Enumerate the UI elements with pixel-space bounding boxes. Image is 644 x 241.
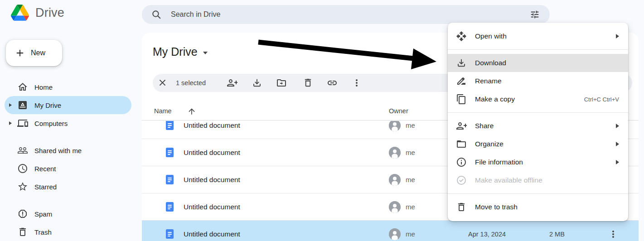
page-title-my-drive[interactable]: My Drive <box>153 45 208 58</box>
menu-divider <box>448 112 628 113</box>
person-add-icon <box>456 120 467 131</box>
submenu-chevron-right-icon <box>616 142 619 146</box>
menu-item-make-a-copy[interactable]: Make a copy Ctrl+C Ctrl+V <box>448 90 628 108</box>
sidebar-item-starred[interactable]: Starred <box>5 178 131 196</box>
last-modified-date: Apr 13, 2024 <box>468 221 506 241</box>
menu-item-label: Make a copy <box>475 95 584 103</box>
sidebar-item-spam[interactable]: Spam <box>5 205 131 223</box>
keyboard-shortcut: Ctrl+C Ctrl+V <box>584 96 619 103</box>
devices-icon <box>17 118 28 129</box>
owner-avatar <box>389 228 401 240</box>
sidebar-item-shared-with-me[interactable]: Shared with me <box>5 141 131 159</box>
file-name: Untitled document <box>184 121 240 139</box>
sidebar-item-label: My Drive <box>34 101 61 109</box>
column-header-owner[interactable]: Owner <box>389 107 408 115</box>
menu-item-label: Open with <box>475 32 616 40</box>
owner-avatar <box>389 174 401 186</box>
sidebar-item-label: Recent <box>34 165 56 173</box>
column-header-name[interactable]: Name <box>154 107 172 115</box>
folder-icon <box>456 139 467 149</box>
owner-avatar <box>389 147 401 159</box>
menu-item-download[interactable]: Download <box>448 54 628 72</box>
submenu-chevron-right-icon <box>616 34 619 39</box>
sidebar-item-label: Shared with me <box>34 147 82 154</box>
trash-icon <box>17 227 28 237</box>
new-button-label: New <box>31 49 45 57</box>
move-to-folder-icon[interactable] <box>276 77 287 88</box>
file-name: Untitled document <box>184 139 240 166</box>
sidebar-item-recent[interactable]: Recent <box>5 159 131 178</box>
menu-item-make-available-offline: Make available offline <box>448 171 628 189</box>
expand-caret-icon[interactable] <box>9 121 12 125</box>
sidebar-item-my-drive[interactable]: My Drive <box>5 96 131 114</box>
search-input[interactable]: Search in Drive <box>142 5 550 24</box>
sidebar-item-label: Home <box>34 83 53 91</box>
owner-avatar <box>389 121 401 131</box>
app-name: Drive <box>35 6 64 20</box>
menu-item-label: Move to trash <box>475 203 619 211</box>
submenu-chevron-right-icon <box>616 124 619 128</box>
trash-icon <box>456 202 467 212</box>
link-icon[interactable] <box>327 77 338 88</box>
search-icon[interactable] <box>151 9 162 20</box>
new-button[interactable]: New <box>6 40 62 66</box>
open-with-icon <box>456 31 467 42</box>
expand-caret-icon[interactable] <box>9 103 12 107</box>
file-name: Untitled document <box>184 166 240 193</box>
menu-item-label: Share <box>475 122 616 130</box>
google-doc-icon <box>166 148 174 157</box>
menu-item-move-to-trash[interactable]: Move to trash <box>448 198 628 216</box>
sidebar-item-label: Spam <box>34 210 52 218</box>
sidebar-item-label: Starred <box>34 183 57 191</box>
owner-name: me <box>406 221 415 241</box>
trash-icon[interactable] <box>303 77 313 88</box>
sidebar-item-trash[interactable]: Trash <box>5 223 131 241</box>
sort-ascending-icon[interactable] <box>187 107 196 116</box>
menu-item-rename[interactable]: Rename <box>448 72 628 90</box>
google-doc-icon <box>166 121 174 130</box>
google-doc-icon <box>166 229 174 239</box>
owner-avatar <box>389 201 401 213</box>
context-menu: Open with Download Rename Make a copy Ct… <box>448 23 628 221</box>
row-more-vert-icon[interactable] <box>608 229 619 240</box>
menu-item-file-information[interactable]: File information <box>448 153 628 171</box>
google-doc-icon <box>166 202 174 212</box>
search-options-tune-icon[interactable] <box>530 10 540 19</box>
file-name: Untitled document <box>184 193 240 221</box>
spam-icon <box>17 208 28 219</box>
drive-logo-icon <box>11 5 29 21</box>
menu-divider <box>448 193 628 194</box>
page-title: My Drive <box>153 45 198 58</box>
menu-item-label: Download <box>475 59 619 67</box>
owner-name: me <box>406 121 415 139</box>
menu-divider <box>448 49 628 50</box>
menu-item-open-with[interactable]: Open with <box>448 27 628 45</box>
home-icon <box>17 82 28 92</box>
offline-check-icon <box>456 175 467 186</box>
plus-icon <box>15 48 25 58</box>
sidebar-item-label: Trash <box>34 228 52 236</box>
person-add-icon[interactable] <box>227 77 237 88</box>
owner-name: me <box>406 193 415 221</box>
menu-item-organize[interactable]: Organize <box>448 135 628 153</box>
file-size: 2 MB <box>549 221 565 241</box>
search-placeholder: Search in Drive <box>171 5 220 24</box>
menu-item-label: File information <box>475 158 616 166</box>
people-icon <box>17 145 28 156</box>
clock-icon <box>17 163 28 174</box>
chevron-down-icon <box>203 52 208 54</box>
rename-icon <box>456 76 467 87</box>
owner-name: me <box>406 166 415 193</box>
sidebar-item-home[interactable]: Home <box>5 78 131 96</box>
app-logo-brand: Drive <box>11 5 64 21</box>
more-vert-icon[interactable] <box>351 77 362 88</box>
file-row-selected[interactable]: Untitled document me Apr 13, 2024 2 MB <box>142 221 639 241</box>
sidebar-item-computers[interactable]: Computers <box>5 114 131 132</box>
google-doc-icon <box>166 175 174 184</box>
menu-item-share[interactable]: Share <box>448 117 628 135</box>
close-icon[interactable] <box>157 77 168 88</box>
menu-item-label: Rename <box>475 77 619 85</box>
menu-item-label: Make available offline <box>475 176 619 184</box>
star-icon <box>17 181 28 192</box>
download-icon[interactable] <box>252 77 262 88</box>
